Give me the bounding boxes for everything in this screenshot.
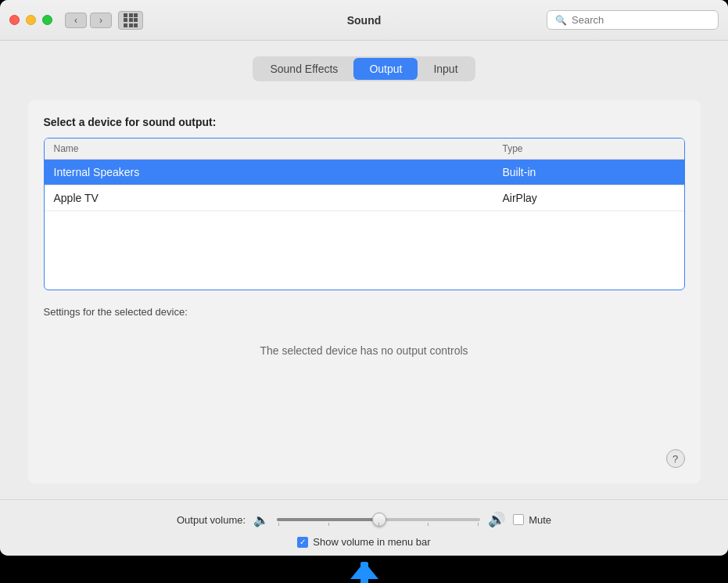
maximize-button[interactable] (42, 15, 52, 25)
window-title: Sound (347, 14, 382, 27)
cell-type: AirPlay (503, 192, 675, 204)
volume-row: Output volume: 🔈 🔊 Mute (23, 511, 705, 528)
cell-name: Internal Speakers (54, 166, 503, 178)
main-window: ‹ › Sound 🔍 Sound Effects Output Input S… (0, 0, 728, 556)
column-header-name: Name (54, 143, 503, 154)
cell-name: Apple TV (54, 192, 503, 204)
volume-low-icon: 🔈 (253, 513, 269, 527)
volume-label: Output volume: (177, 514, 246, 526)
back-button[interactable]: ‹ (65, 13, 87, 28)
forward-button[interactable]: › (90, 13, 112, 28)
device-table: Name Type Internal Speakers Built-in App… (44, 138, 685, 290)
mute-check-box[interactable] (513, 514, 524, 525)
menubar-checkbox[interactable]: ✓ Show volume in menu bar (297, 536, 430, 548)
search-box[interactable]: 🔍 (547, 10, 719, 30)
table-empty-area (45, 211, 684, 290)
column-header-type: Type (503, 143, 675, 154)
content-area: Sound Effects Output Input Select a devi… (0, 41, 728, 499)
close-button[interactable] (9, 15, 20, 25)
panel: Select a device for sound output: Name T… (28, 100, 701, 484)
slider-fill (277, 518, 378, 521)
grid-button[interactable] (118, 11, 143, 30)
tab-input[interactable]: Input (418, 58, 473, 80)
slider-ticks (277, 523, 480, 526)
section-label: Select a device for sound output: (44, 116, 685, 128)
nav-buttons: ‹ › (65, 13, 112, 28)
menubar-row: ✓ Show volume in menu bar (23, 536, 705, 548)
titlebar: ‹ › Sound 🔍 (0, 0, 728, 41)
volume-high-icon: 🔊 (488, 511, 505, 528)
tab-output[interactable]: Output (353, 58, 418, 80)
arrow-annotation (0, 556, 728, 583)
no-controls-message: The selected device has no output contro… (44, 344, 685, 357)
table-header: Name Type (45, 139, 684, 160)
menubar-label: Show volume in menu bar (313, 536, 430, 548)
bottom-bar: Output volume: 🔈 🔊 Mute (0, 499, 728, 556)
minimize-button[interactable] (26, 15, 36, 25)
traffic-lights (9, 15, 52, 25)
mute-label: Mute (529, 514, 551, 526)
tab-sound-effects[interactable]: Sound Effects (254, 58, 353, 80)
settings-label: Settings for the selected device: (44, 306, 685, 318)
grid-icon (124, 13, 138, 27)
tab-bar: Sound Effects Output Input (253, 56, 475, 81)
volume-slider[interactable] (277, 512, 480, 527)
settings-area: Settings for the selected device: The se… (44, 306, 685, 468)
menubar-check-box[interactable]: ✓ (297, 537, 308, 548)
cell-type: Built-in (503, 166, 675, 178)
mute-checkbox[interactable]: Mute (513, 514, 551, 526)
search-icon: 🔍 (555, 15, 567, 26)
search-input[interactable] (572, 14, 710, 26)
help-button[interactable]: ? (666, 449, 685, 468)
table-row[interactable]: Internal Speakers Built-in (45, 160, 684, 185)
table-row[interactable]: Apple TV AirPlay (45, 185, 684, 211)
